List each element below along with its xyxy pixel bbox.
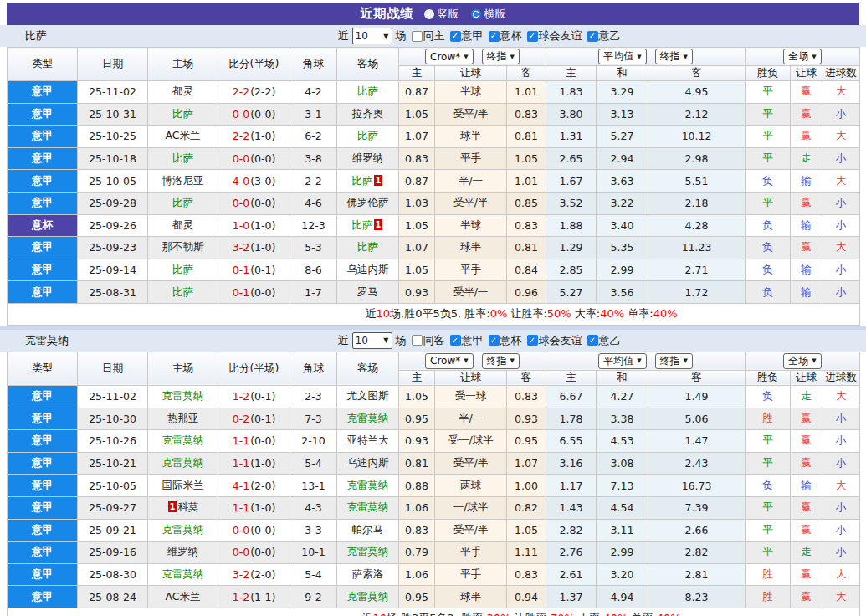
avg-stage-select[interactable]: 终指▼ <box>655 49 693 64</box>
home-team: 都灵 <box>148 81 218 104</box>
match-row: 意甲25-10-18比萨0-0(0-0)3-8维罗纳0.83平手1.052.65… <box>8 147 860 170</box>
average-odds: 2.99 <box>597 259 648 281</box>
average-odds: 3.52 <box>546 192 597 214</box>
handicap-odds: 两球 <box>435 475 507 497</box>
handicap-odds: 一/球半 <box>435 496 507 519</box>
league-checkbox[interactable]: ✓ <box>587 335 598 346</box>
summary-value: 10 <box>372 612 387 616</box>
team-title: 比萨 <box>25 28 47 44</box>
col-header-type: 类型 <box>8 48 78 81</box>
same-venue-checkbox[interactable] <box>412 31 423 42</box>
handicap-odds: 0.82 <box>507 496 546 519</box>
handicap-odds: 0.95 <box>507 430 546 453</box>
result-cell: 平 <box>746 192 791 214</box>
odds-stage-select[interactable]: 终指▼ <box>482 353 520 369</box>
league-checkbox[interactable]: ✓ <box>527 31 538 42</box>
league-checkbox[interactable]: ✓ <box>489 335 500 346</box>
corners: 4-3 <box>290 496 337 519</box>
score: 1-1(1-0) <box>218 496 290 519</box>
col-header-home: 主场 <box>148 48 218 81</box>
handicap-odds: 1.06 <box>399 563 435 586</box>
handicap-odds: 1.01 <box>507 81 546 104</box>
score: 0-0(0-0) <box>218 103 290 126</box>
handicap-odds: 半/一 <box>435 408 507 430</box>
recent-count-select[interactable]: 10 ▼ <box>352 28 392 44</box>
team-name: 克雷莫纳 <box>162 523 204 536</box>
league-checkbox[interactable]: ✓ <box>450 31 461 42</box>
team-name: 比萨 <box>172 196 193 208</box>
result-cell: 胜 <box>746 586 791 608</box>
page-title: 近期战绩 <box>361 6 414 22</box>
corners: 3-1 <box>290 103 337 126</box>
away-team: 克雷莫纳 <box>337 586 399 608</box>
result-cell: 赢 <box>791 452 822 475</box>
team-name: 科莫 <box>177 501 198 513</box>
league-badge: 意杯 <box>8 214 78 237</box>
team-name: 克雷莫纳 <box>347 590 389 603</box>
league-checkbox[interactable]: ✓ <box>489 31 500 42</box>
away-team: 克雷莫纳 <box>337 475 399 497</box>
halftime-score: (0-0) <box>250 197 275 209</box>
odds-stage-select[interactable]: 终指▼ <box>482 49 520 64</box>
average-odds: 3.13 <box>597 103 648 126</box>
team-name: 萨索洛 <box>352 567 384 580</box>
red-card-badge: 1 <box>374 175 383 186</box>
result-cell: 赢 <box>791 81 822 104</box>
result-cell: 小 <box>822 452 860 475</box>
handicap-odds: 0.83 <box>507 385 546 408</box>
result-cell: 赢 <box>791 430 822 453</box>
match-date: 25-09-21 <box>78 519 148 542</box>
result-cell: 小 <box>822 408 860 430</box>
league-checkbox[interactable]: ✓ <box>450 335 461 346</box>
handicap-odds: 受平/半 <box>435 103 507 126</box>
team-name: 比萨 <box>172 285 193 298</box>
horizontal-layout-radio[interactable]: 横版 <box>471 7 506 22</box>
recent-results-table-cremonese: 类型 日期 主场 比分(半场) 角球 客场 Crow*▼ 终指▼ 平均值▼ 终指… <box>7 352 860 616</box>
corners: 2-10 <box>290 430 337 453</box>
odds-source-select[interactable]: Crow*▼ <box>425 353 474 369</box>
avg-source-select[interactable]: 平均值▼ <box>598 49 646 64</box>
league-checkbox[interactable]: ✓ <box>527 335 538 346</box>
handicap-odds: 0.83 <box>507 563 546 586</box>
handicap-odds: 1.01 <box>507 170 546 192</box>
summary-label: 大率: <box>571 307 601 320</box>
score: 2-2(2-2) <box>218 81 290 104</box>
score: 3-2(2-0) <box>218 563 290 586</box>
score: 3-2(1-0) <box>218 237 290 259</box>
sub-header-handicap-result: 让球 <box>791 370 822 385</box>
handicap-odds: 1.05 <box>399 103 435 126</box>
average-odds: 3.63 <box>597 170 648 192</box>
league-checkbox[interactable]: ✓ <box>587 31 598 42</box>
result-cell: 大 <box>822 81 860 104</box>
check-icon: ✓ <box>589 32 596 40</box>
result-cell: 赢 <box>791 192 822 214</box>
scope-select[interactable]: 全场▼ <box>783 353 821 369</box>
odds-source-select[interactable]: Crow*▼ <box>425 49 474 64</box>
match-date: 25-10-25 <box>78 126 148 148</box>
summary-label: 让胜率: <box>510 612 551 616</box>
vertical-layout-radio[interactable]: 竖版 <box>424 7 459 22</box>
chevron-down-icon: ▼ <box>684 54 688 60</box>
sub-header-home-odds: 主 <box>399 66 435 81</box>
score: 4-1(2-0) <box>218 475 290 497</box>
average-odds: 1.17 <box>546 475 597 497</box>
sub-header-avg-draw: 和 <box>597 370 648 385</box>
recent-count-select[interactable]: 10 ▼ <box>352 332 392 349</box>
avg-source-select[interactable]: 平均值▼ <box>598 353 646 369</box>
average-odds: 2.43 <box>648 452 746 475</box>
avg-stage-select[interactable]: 终指▼ <box>655 353 693 369</box>
average-odds: 2.12 <box>648 103 746 126</box>
fulltime-score: 2-2 <box>233 130 249 142</box>
away-team: 帕尔马 <box>337 519 399 542</box>
sub-header-avg-away: 客 <box>648 370 746 385</box>
scope-select[interactable]: 全场▼ <box>783 49 821 64</box>
corners: 5-4 <box>290 563 337 586</box>
handicap-odds: 0.93 <box>399 430 435 453</box>
result-cell: 平 <box>746 147 791 170</box>
result-cell: 平 <box>746 430 791 453</box>
chevron-down-icon: ▼ <box>510 54 515 60</box>
result-cell: 小 <box>822 430 860 453</box>
away-team: 比萨1 <box>337 170 399 192</box>
same-venue-checkbox[interactable] <box>412 335 423 346</box>
fulltime-score: 4-0 <box>233 175 249 187</box>
